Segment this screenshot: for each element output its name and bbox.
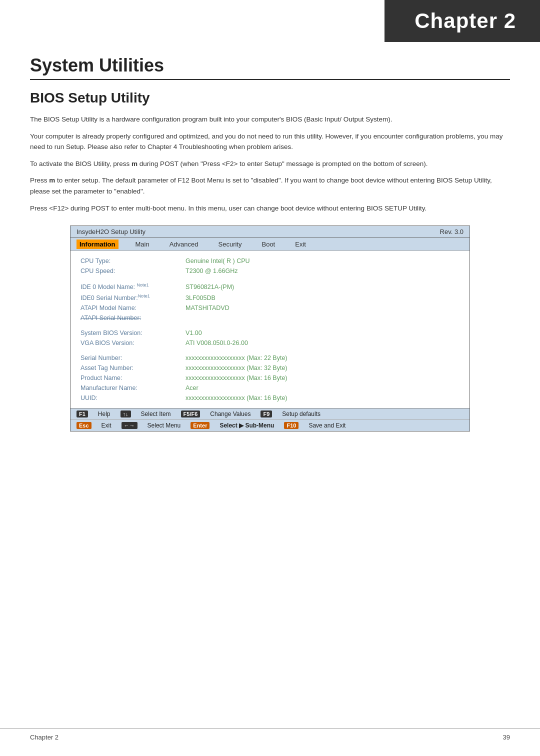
bios-row-ide0-model: IDE 0 Model Name: Note1 ST960821A-(PM) — [80, 281, 460, 292]
bios-label-manufacturer: Manufacturer Name: — [80, 384, 186, 392]
bios-row-asset: Asset Tag Number: xxxxxxxxxxxxxxxxxxx (M… — [80, 363, 460, 373]
bios-label-product: Product Name: — [80, 374, 186, 382]
bios-content: CPU Type: Genuine Intel( R ) CPU CPU Spe… — [70, 251, 470, 408]
subsection-title: BIOS Setup Utility — [30, 90, 510, 106]
bios-label-atapi-serial: ATAPI Serial Number: — [80, 314, 186, 322]
bios-row-manufacturer: Manufacturer Name: Acer — [80, 383, 460, 393]
key-f10-label: Save and Exit — [308, 422, 346, 429]
key-f9-label: Setup defaults — [282, 410, 320, 418]
key-leftright-label: Select Menu — [148, 422, 181, 429]
key-esc: Esc — [76, 422, 92, 429]
bios-label-ide0-serial: IDE0 Serial Number:Note1 — [80, 294, 186, 302]
bios-nav-row: Information Main Advanced Security Boot … — [70, 238, 470, 251]
bios-row-ide0-serial: IDE0 Serial Number:Note1 3LF005DB — [80, 292, 460, 303]
bios-row-atapi-model: ATAPI Model Name: MATSHITADVD — [80, 303, 460, 313]
bios-setup-box: InsydeH2O Setup Utility Rev. 3.0 Informa… — [70, 226, 470, 432]
nav-main[interactable]: Main — [132, 240, 152, 249]
section-title: System Utilities — [30, 55, 510, 76]
paragraph-1: The BIOS Setup Utility is a hardware con… — [30, 114, 510, 125]
bios-value-cpu-speed: T2300 @ 1.66GHz — [186, 268, 238, 274]
bios-value-product: xxxxxxxxxxxxxxxxxxx (Max: 16 Byte) — [186, 374, 288, 382]
key-f9: F9 — [260, 410, 272, 418]
paragraph-3: To activate the BIOS Utility, press m du… — [30, 158, 510, 170]
bios-label-serial: Serial Number: — [80, 354, 186, 362]
bios-title: InsydeH2O Setup Utility — [76, 228, 146, 236]
key-leftright: ←→ — [122, 422, 138, 429]
bios-value-uuid: xxxxxxxxxxxxxxxxxxx (Max: 16 Byte) — [186, 394, 288, 402]
bios-row-sysbios: System BIOS Version: V1.00 — [80, 328, 460, 338]
bios-label-vgabios: VGA BIOS Version: — [80, 340, 186, 346]
key-f10: F10 — [284, 422, 298, 429]
key-enter-label: Select ▶ Sub-Menu — [220, 422, 274, 429]
key-f5f6-label: Change Values — [210, 410, 250, 418]
bios-label-asset: Asset Tag Number: — [80, 364, 186, 372]
bios-footer-row1: F1 Help ↑↓ Select Item F5/F6 Change Valu… — [70, 408, 470, 420]
bios-value-ide0-serial: 3LF005DB — [186, 294, 216, 302]
nav-exit[interactable]: Exit — [292, 240, 309, 249]
paragraph-5: Press <F12> during POST to enter multi-b… — [30, 203, 510, 214]
bios-row-cpu-type: CPU Type: Genuine Intel( R ) CPU — [80, 256, 460, 266]
bios-value-asset: xxxxxxxxxxxxxxxxxxx (Max: 32 Byte) — [186, 364, 288, 372]
bios-label-uuid: UUID: — [80, 394, 186, 402]
bios-value-cpu-type: Genuine Intel( R ) CPU — [186, 258, 250, 264]
section-divider — [30, 79, 510, 80]
bios-value-serial: xxxxxxxxxxxxxxxxxxx (Max: 22 Byte) — [186, 354, 288, 362]
bios-row-product: Product Name: xxxxxxxxxxxxxxxxxxx (Max: … — [80, 373, 460, 383]
bios-label-sysbios: System BIOS Version: — [80, 330, 186, 336]
page-footer: Chapter 2 39 — [0, 728, 540, 741]
bios-value-atapi-model: MATSHITADVD — [186, 304, 230, 312]
bios-label-ide0-model: IDE 0 Model Name: Note1 — [80, 282, 186, 290]
bios-row-uuid: UUID: xxxxxxxxxxxxxxxxxxx (Max: 16 Byte) — [80, 393, 460, 403]
bios-label-atapi-model: ATAPI Model Name: — [80, 304, 186, 312]
bios-footer-row2: Esc Exit ←→ Select Menu Enter Select ▶ S… — [70, 420, 470, 431]
bios-row-serial: Serial Number: xxxxxxxxxxxxxxxxxxx (Max:… — [80, 353, 460, 363]
key-esc-label: Exit — [102, 422, 112, 429]
bios-footer: F1 Help ↑↓ Select Item F5/F6 Change Valu… — [70, 408, 470, 431]
bios-title-row: InsydeH2O Setup Utility Rev. 3.0 — [70, 226, 470, 238]
bios-row-atapi-serial: ATAPI Serial Number: — [80, 313, 460, 323]
bios-label-cpu-speed: CPU Speed: — [80, 268, 186, 274]
bios-value-ide0-model: ST960821A-(PM) — [186, 284, 234, 290]
paragraph-4: Press m to enter setup. The default para… — [30, 175, 510, 196]
bios-rev: Rev. 3.0 — [440, 228, 464, 236]
nav-information[interactable]: Information — [76, 240, 118, 249]
bios-value-sysbios: V1.00 — [186, 330, 202, 336]
bios-row-vgabios: VGA BIOS Version: ATI V008.050I.0-26.00 — [80, 338, 460, 348]
bios-label-cpu-type: CPU Type: — [80, 258, 186, 264]
key-f5f6: F5/F6 — [181, 410, 200, 418]
key-f1: F1 — [76, 410, 88, 418]
key-enter: Enter — [190, 422, 210, 429]
bios-value-vgabios: ATI V008.050I.0-26.00 — [186, 340, 248, 346]
nav-advanced[interactable]: Advanced — [166, 240, 202, 249]
chapter-header: Chapter 2 — [384, 0, 540, 42]
bios-row-cpu-speed: CPU Speed: T2300 @ 1.66GHz — [80, 266, 460, 276]
key-updown-label: Select Item — [141, 410, 171, 418]
key-updown: ↑↓ — [120, 410, 131, 418]
nav-boot[interactable]: Boot — [258, 240, 278, 249]
footer-chapter: Chapter 2 — [30, 734, 58, 741]
key-f1-label: Help — [98, 410, 110, 418]
paragraph-2: Your computer is already properly config… — [30, 131, 510, 152]
bios-value-manufacturer: Acer — [186, 384, 198, 392]
footer-page-number: 39 — [503, 734, 510, 741]
nav-security[interactable]: Security — [216, 240, 245, 249]
